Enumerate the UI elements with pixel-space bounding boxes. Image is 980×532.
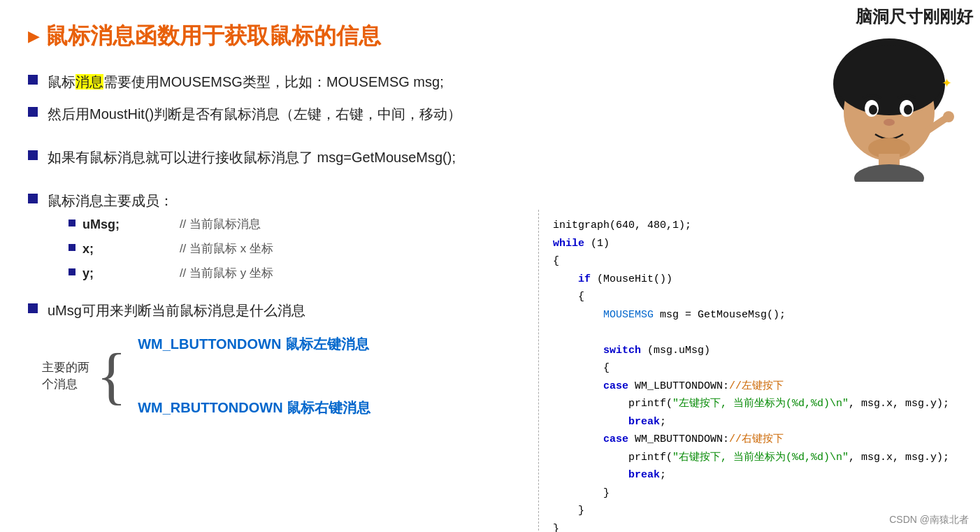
- slide: ▶ 鼠标消息函数用于获取鼠标的信息 鼠标消息需要使用MOUSEMSG类型，比如：…: [0, 0, 980, 532]
- bullet-1-text: 鼠标消息需要使用MOUSEMSG类型，比如：MOUSEMSG msg;: [48, 71, 444, 92]
- sub-bullet-square-y: [69, 268, 75, 275]
- bullet-4-text: 鼠标消息主要成员：: [48, 193, 173, 208]
- code-line-break1: break;: [553, 413, 966, 431]
- sub-bullet-square-uMsg: [69, 220, 75, 227]
- code-line-blank: [553, 324, 966, 342]
- svg-point-6: [904, 105, 912, 115]
- code-line-brace4: }: [553, 484, 966, 503]
- bullet-3-text: 如果有鼠标消息就可以进行接收鼠标消息了 msg=GetMouseMsg();: [48, 147, 456, 168]
- svg-point-12: [943, 111, 954, 122]
- code-line-mousemsg: MOUSEMSG msg = GetMouseMsg();: [553, 306, 966, 324]
- bullet-4-content: 鼠标消息主要成员： uMsg; // 当前鼠标消息 x; // 当前鼠标 x 坐…: [48, 190, 273, 289]
- bullet-5-text: uMsg可用来判断当前鼠标消息是什么消息: [48, 300, 305, 321]
- brace-items: WM_LBUTTONDOWN 鼠标左键消息 WM_RBUTTONDOWN 鼠标右…: [138, 335, 370, 417]
- svg-point-2: [835, 45, 944, 115]
- bullet-2-text: 然后用MoustHit()判断是否有鼠标消息（左键，右键，中间，移动）: [48, 103, 461, 124]
- code-line-printf-left: printf("左键按下, 当前坐标为(%d,%d)\n", msg.x, ms…: [553, 395, 966, 413]
- sub-bullet-uMsg: uMsg; // 当前鼠标消息: [69, 215, 273, 234]
- title-row: ▶ 鼠标消息函数用于获取鼠标的信息: [28, 21, 503, 52]
- svg-point-7: [884, 119, 895, 126]
- bullet-2: 然后用MoustHit()判断是否有鼠标消息（左键，右键，中间，移动）: [28, 103, 503, 124]
- meme-character-area: ✦: [805, 28, 973, 182]
- meme-title: 脑洞尺寸刚刚好: [856, 6, 973, 28]
- title-arrow-icon: ▶: [28, 27, 40, 45]
- left-panel: ▶ 鼠标消息函数用于获取鼠标的信息 鼠标消息需要使用MOUSEMSG类型，比如：…: [0, 0, 531, 532]
- code-line-if: if (MouseHit()): [553, 271, 966, 289]
- code-line-brace2: {: [553, 288, 966, 306]
- bullet-1: 鼠标消息需要使用MOUSEMSG类型，比如：MOUSEMSG msg;: [28, 71, 503, 92]
- code-line-initgraph: initgraph(640, 480,1);: [553, 217, 966, 235]
- watermark: CSDN @南猿北者: [889, 514, 969, 526]
- sub-bullet-x: x; // 当前鼠标 x 坐标: [69, 240, 273, 259]
- brace-symbol: {: [96, 345, 127, 408]
- sub-bullet-x-comment: // 当前鼠标 x 坐标: [166, 240, 273, 258]
- sub-bullet-x-var: x;: [82, 240, 166, 259]
- slide-title: 鼠标消息函数用于获取鼠标的信息: [45, 21, 381, 52]
- code-line-printf-right: printf("右键按下, 当前坐标为(%d,%d)\n", msg.x, ms…: [553, 449, 966, 467]
- sub-bullet-uMsg-var: uMsg;: [82, 215, 166, 234]
- svg-text:✦: ✦: [942, 76, 952, 90]
- sub-bullet-square-x: [69, 244, 75, 251]
- right-panel: 脑洞尺寸刚刚好: [531, 0, 980, 532]
- code-block: initgraph(640, 480,1); while (1) { if (M…: [538, 210, 980, 532]
- sub-bullets: uMsg; // 当前鼠标消息 x; // 当前鼠标 x 坐标 y; // 当前…: [69, 215, 273, 283]
- code-line-while: while (1): [553, 235, 966, 253]
- bullet-square-4: [28, 194, 38, 203]
- bullet-3: 如果有鼠标消息就可以进行接收鼠标消息了 msg=GetMouseMsg();: [28, 147, 503, 168]
- code-line-brace1: {: [553, 252, 966, 271]
- sub-bullet-y-comment: // 当前鼠标 y 坐标: [166, 264, 273, 282]
- bullet-square-3: [28, 150, 38, 160]
- brace-label: 主要的两个消息: [42, 359, 89, 393]
- bullet-4: 鼠标消息主要成员： uMsg; // 当前鼠标消息 x; // 当前鼠标 x 坐…: [28, 190, 503, 289]
- highlight-消息: 消息: [75, 74, 103, 89]
- sub-bullet-y: y; // 当前鼠标 y 坐标: [69, 264, 273, 283]
- bullet-square-2: [28, 107, 38, 117]
- svg-point-10: [854, 164, 924, 182]
- code-line-case-left: case WM_LBUTTONDOWN://左键按下: [553, 378, 966, 396]
- brace-item-1: WM_LBUTTONDOWN 鼠标左键消息: [138, 335, 370, 354]
- bullet-square-5: [28, 303, 38, 313]
- brace-group: 主要的两个消息 { WM_LBUTTONDOWN 鼠标左键消息 WM_RBUTT…: [42, 335, 503, 417]
- meme-character-svg: ✦: [805, 28, 973, 182]
- code-line-brace3: {: [553, 359, 966, 378]
- brace-item-2: WM_RBUTTONDOWN 鼠标右键消息: [138, 398, 370, 417]
- code-line-switch: switch (msg.uMsg): [553, 342, 966, 360]
- bullet-square-1: [28, 75, 38, 85]
- svg-point-5: [869, 105, 877, 115]
- bullet-5: uMsg可用来判断当前鼠标消息是什么消息: [28, 300, 503, 321]
- code-line-break2: break;: [553, 466, 966, 484]
- code-line-case-right: case WM_RBUTTONDOWN://右键按下: [553, 431, 966, 449]
- sub-bullet-uMsg-comment: // 当前鼠标消息: [166, 215, 261, 233]
- sub-bullet-y-var: y;: [82, 264, 166, 283]
